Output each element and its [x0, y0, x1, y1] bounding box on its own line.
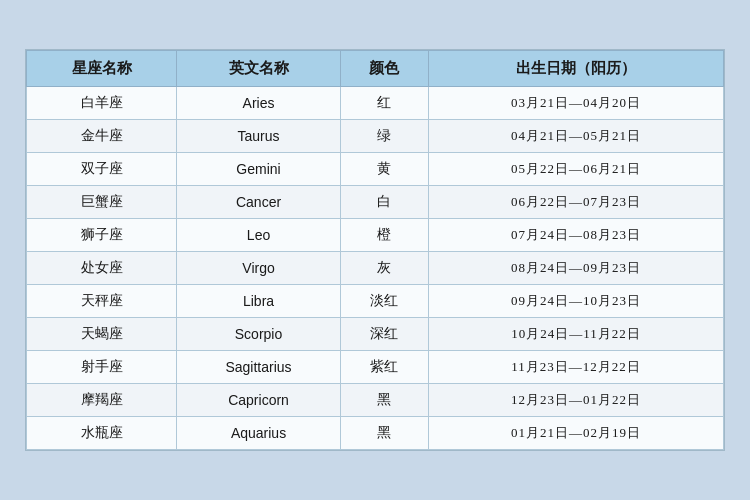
cell-english-name: Libra	[177, 285, 340, 318]
cell-dates: 10月24日—11月22日	[429, 318, 724, 351]
cell-english-name: Sagittarius	[177, 351, 340, 384]
table-row: 金牛座Taurus绿04月21日—05月21日	[27, 120, 724, 153]
cell-color: 红	[340, 87, 429, 120]
table-header-row: 星座名称 英文名称 颜色 出生日期（阳历）	[27, 51, 724, 87]
cell-color: 绿	[340, 120, 429, 153]
cell-chinese-name: 金牛座	[27, 120, 177, 153]
table-row: 天蝎座Scorpio深红10月24日—11月22日	[27, 318, 724, 351]
cell-color: 紫红	[340, 351, 429, 384]
cell-chinese-name: 天蝎座	[27, 318, 177, 351]
cell-dates: 09月24日—10月23日	[429, 285, 724, 318]
cell-chinese-name: 狮子座	[27, 219, 177, 252]
table-row: 射手座Sagittarius紫红11月23日—12月22日	[27, 351, 724, 384]
cell-english-name: Virgo	[177, 252, 340, 285]
table-body: 白羊座Aries红03月21日—04月20日金牛座Taurus绿04月21日—0…	[27, 87, 724, 450]
table-row: 水瓶座Aquarius黑01月21日—02月19日	[27, 417, 724, 450]
zodiac-table-container: 星座名称 英文名称 颜色 出生日期（阳历） 白羊座Aries红03月21日—04…	[25, 49, 725, 451]
cell-dates: 07月24日—08月23日	[429, 219, 724, 252]
cell-dates: 08月24日—09月23日	[429, 252, 724, 285]
cell-english-name: Leo	[177, 219, 340, 252]
table-row: 处女座Virgo灰08月24日—09月23日	[27, 252, 724, 285]
cell-color: 橙	[340, 219, 429, 252]
cell-english-name: Capricorn	[177, 384, 340, 417]
header-chinese-name: 星座名称	[27, 51, 177, 87]
cell-color: 白	[340, 186, 429, 219]
cell-chinese-name: 天秤座	[27, 285, 177, 318]
header-dates: 出生日期（阳历）	[429, 51, 724, 87]
cell-color: 黑	[340, 384, 429, 417]
cell-chinese-name: 射手座	[27, 351, 177, 384]
cell-chinese-name: 处女座	[27, 252, 177, 285]
zodiac-table: 星座名称 英文名称 颜色 出生日期（阳历） 白羊座Aries红03月21日—04…	[26, 50, 724, 450]
cell-dates: 06月22日—07月23日	[429, 186, 724, 219]
cell-english-name: Cancer	[177, 186, 340, 219]
cell-color: 灰	[340, 252, 429, 285]
cell-chinese-name: 摩羯座	[27, 384, 177, 417]
table-row: 双子座Gemini黄05月22日—06月21日	[27, 153, 724, 186]
cell-color: 深红	[340, 318, 429, 351]
table-row: 天秤座Libra淡红09月24日—10月23日	[27, 285, 724, 318]
cell-chinese-name: 白羊座	[27, 87, 177, 120]
cell-dates: 01月21日—02月19日	[429, 417, 724, 450]
cell-color: 黑	[340, 417, 429, 450]
cell-color: 黄	[340, 153, 429, 186]
cell-dates: 03月21日—04月20日	[429, 87, 724, 120]
header-english-name: 英文名称	[177, 51, 340, 87]
table-row: 巨蟹座Cancer白06月22日—07月23日	[27, 186, 724, 219]
cell-dates: 12月23日—01月22日	[429, 384, 724, 417]
table-row: 白羊座Aries红03月21日—04月20日	[27, 87, 724, 120]
cell-english-name: Aquarius	[177, 417, 340, 450]
cell-chinese-name: 双子座	[27, 153, 177, 186]
table-row: 狮子座Leo橙07月24日—08月23日	[27, 219, 724, 252]
cell-color: 淡红	[340, 285, 429, 318]
cell-chinese-name: 水瓶座	[27, 417, 177, 450]
cell-dates: 11月23日—12月22日	[429, 351, 724, 384]
cell-dates: 04月21日—05月21日	[429, 120, 724, 153]
cell-english-name: Gemini	[177, 153, 340, 186]
cell-english-name: Taurus	[177, 120, 340, 153]
cell-english-name: Scorpio	[177, 318, 340, 351]
header-color: 颜色	[340, 51, 429, 87]
cell-dates: 05月22日—06月21日	[429, 153, 724, 186]
table-row: 摩羯座Capricorn黑12月23日—01月22日	[27, 384, 724, 417]
cell-english-name: Aries	[177, 87, 340, 120]
cell-chinese-name: 巨蟹座	[27, 186, 177, 219]
